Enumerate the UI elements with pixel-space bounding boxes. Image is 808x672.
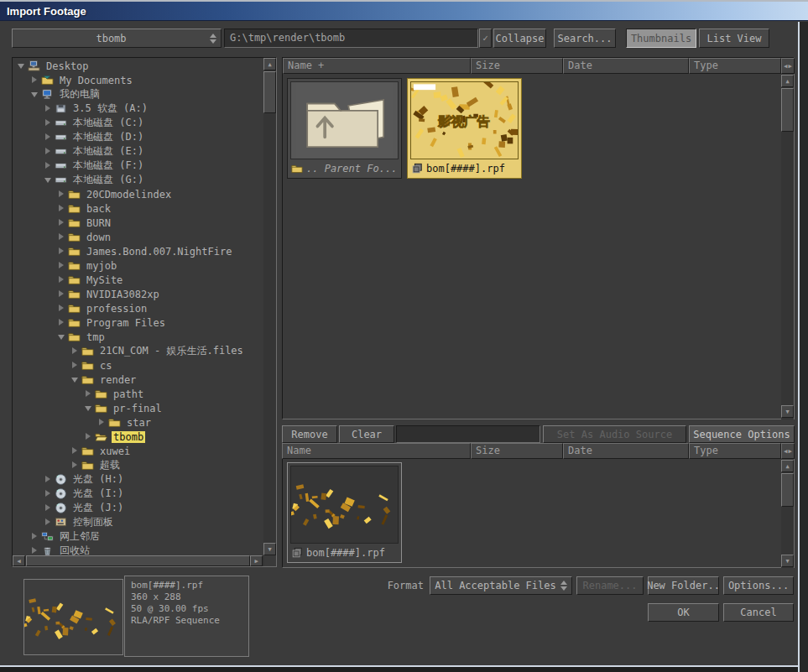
chevron-left-icon[interactable]: ◀ <box>784 63 787 70</box>
spinner-arrows-icon[interactable] <box>560 581 567 591</box>
bookmark-dropdown[interactable]: tbomb <box>12 29 222 48</box>
sel-column-header-size[interactable]: Size <box>471 443 563 459</box>
parent-folder-tile[interactable]: .. Parent Fo... <box>287 78 402 179</box>
tree-item[interactable]: NVIDIA3082xp <box>13 287 263 301</box>
expand-arrow-icon[interactable] <box>98 419 106 426</box>
collapse-arrow-icon[interactable] <box>71 376 79 383</box>
expand-arrow-icon[interactable] <box>85 433 92 440</box>
tree-vscrollbar[interactable] <box>263 58 276 555</box>
tree-item[interactable]: down <box>13 230 263 244</box>
footage-tile[interactable]: 影视广告bom[####].rpf <box>407 78 522 179</box>
tree-hscroll-thumb[interactable] <box>26 555 250 566</box>
title-bar[interactable]: Import Footage <box>0 2 808 21</box>
expand-arrow-icon[interactable] <box>44 476 52 483</box>
expand-arrow-icon[interactable] <box>31 533 39 540</box>
tree-scroll-right-button[interactable]: ▶ <box>250 555 263 566</box>
expand-arrow-icon[interactable] <box>44 148 52 155</box>
tree-item[interactable]: James.Bond.007.NightFire <box>13 244 263 258</box>
tree-item[interactable]: myjob <box>13 258 263 273</box>
source-scroll-up-button[interactable]: ▲ <box>781 75 794 87</box>
expand-arrow-icon[interactable] <box>58 276 65 284</box>
options-button[interactable]: Options... <box>723 576 794 595</box>
chevron-left-icon[interactable]: ◀ <box>784 448 787 455</box>
collapse-arrow-icon[interactable] <box>44 176 52 184</box>
expand-arrow-icon[interactable] <box>58 262 65 269</box>
sel-vscroll-thumb[interactable] <box>781 473 794 507</box>
tree-item[interactable]: 3.5 软盘 (A:) <box>13 102 263 116</box>
expand-arrow-icon[interactable] <box>44 518 52 526</box>
new-folder-button[interactable]: New Folder.. <box>648 576 719 595</box>
tree-item[interactable]: 20CDmodelindex <box>13 187 263 201</box>
list-view-button[interactable]: List View <box>699 29 769 48</box>
tree-vscroll-thumb[interactable] <box>263 71 276 113</box>
set-as-audio-source-button[interactable]: Set As Audio Source <box>543 425 686 443</box>
search-button[interactable]: Search... <box>554 29 616 48</box>
expand-arrow-icon[interactable] <box>58 319 65 326</box>
tree-item[interactable]: MySite <box>13 273 263 287</box>
tree-item[interactable]: Desktop <box>13 59 263 73</box>
expand-arrow-icon[interactable] <box>71 447 79 455</box>
tree-item[interactable]: 光盘 (H:) <box>13 472 263 487</box>
sel-column-header-date[interactable]: Date <box>563 443 689 459</box>
expand-arrow-icon[interactable] <box>31 76 39 84</box>
chevron-right-icon[interactable]: ▶ <box>789 448 792 455</box>
tree-item[interactable]: 控制面板 <box>13 515 263 529</box>
tree-item[interactable]: 光盘 (J:) <box>13 501 263 515</box>
expand-arrow-icon[interactable] <box>58 190 65 198</box>
format-dropdown[interactable]: All Acceptable Files <box>430 576 572 595</box>
cancel-button[interactable]: Cancel <box>723 603 794 622</box>
expand-arrow-icon[interactable] <box>58 233 65 241</box>
tree-item[interactable]: Program Files <box>13 315 263 330</box>
tree-item[interactable]: BURN <box>13 216 263 230</box>
remove-button[interactable]: Remove <box>282 425 337 443</box>
expand-arrow-icon[interactable] <box>58 205 65 212</box>
sequence-options-button[interactable]: Sequence Options <box>689 425 795 443</box>
expand-arrow-icon[interactable] <box>44 162 52 169</box>
tree-item[interactable]: tmp <box>13 330 263 344</box>
expand-arrow-icon[interactable] <box>85 390 92 398</box>
tree-item[interactable]: back <box>13 201 263 216</box>
source-scroll-down-button[interactable]: ▼ <box>781 405 794 418</box>
tree-item[interactable]: tbomb <box>13 430 263 444</box>
column-header-size[interactable]: Size <box>471 58 563 74</box>
ok-button[interactable]: OK <box>648 603 719 622</box>
tree-item[interactable]: 超载 <box>13 458 263 472</box>
tree-item[interactable]: 本地磁盘 (C:) <box>13 116 263 130</box>
tree-item[interactable]: My Documents <box>13 73 263 87</box>
clear-button[interactable]: Clear <box>339 425 394 443</box>
tree-item[interactable]: 本地磁盘 (G:) <box>13 173 263 187</box>
chevron-right-icon[interactable]: ▶ <box>789 63 792 70</box>
tree-item[interactable]: patht <box>13 387 263 401</box>
expand-arrow-icon[interactable] <box>58 219 65 227</box>
column-header-date[interactable]: Date <box>563 58 689 74</box>
source-vscroll-thumb[interactable] <box>781 88 794 132</box>
sel-scroll-down-button[interactable]: ▼ <box>781 555 794 567</box>
confirm-path-button[interactable]: ✓ <box>479 29 492 48</box>
expand-arrow-icon[interactable] <box>44 119 52 127</box>
tree-scroll-down-button[interactable]: ▼ <box>263 543 276 555</box>
sel-column-nav-arrows[interactable]: ◀▶ <box>781 443 795 459</box>
thumbnails-view-button[interactable]: Thumbnails <box>626 29 696 48</box>
tree-item[interactable]: profession <box>13 301 263 315</box>
tree-item[interactable]: 回收站 <box>13 544 263 555</box>
tree-item[interactable]: render <box>13 372 263 387</box>
tree-item[interactable]: 网上邻居 <box>13 529 263 544</box>
column-header-name[interactable]: Name + <box>283 58 471 74</box>
collapse-arrow-icon[interactable] <box>58 333 65 341</box>
collapse-arrow-icon[interactable] <box>18 62 25 70</box>
tree-item[interactable]: 光盘 (I:) <box>13 487 263 501</box>
spinner-arrows-icon[interactable] <box>210 34 216 44</box>
sel-column-header-name[interactable]: Name <box>282 443 471 459</box>
tree-item[interactable]: 21CN_COM - 娱乐生活.files <box>13 344 263 358</box>
tree-scroll-up-button[interactable]: ▲ <box>263 58 276 70</box>
tree-item[interactable]: 我的电脑 <box>13 87 263 102</box>
tree-item[interactable]: cs <box>13 358 263 372</box>
expand-arrow-icon[interactable] <box>44 105 52 112</box>
footage-tile[interactable]: bom[####].rpf <box>287 462 402 563</box>
expand-arrow-icon[interactable] <box>58 290 65 298</box>
rename-button[interactable]: Rename... <box>576 576 644 595</box>
expand-arrow-icon[interactable] <box>71 461 79 469</box>
expand-arrow-icon[interactable] <box>44 504 52 512</box>
tree-item[interactable]: 本地磁盘 (D:) <box>13 130 263 144</box>
expand-arrow-icon[interactable] <box>58 247 65 255</box>
